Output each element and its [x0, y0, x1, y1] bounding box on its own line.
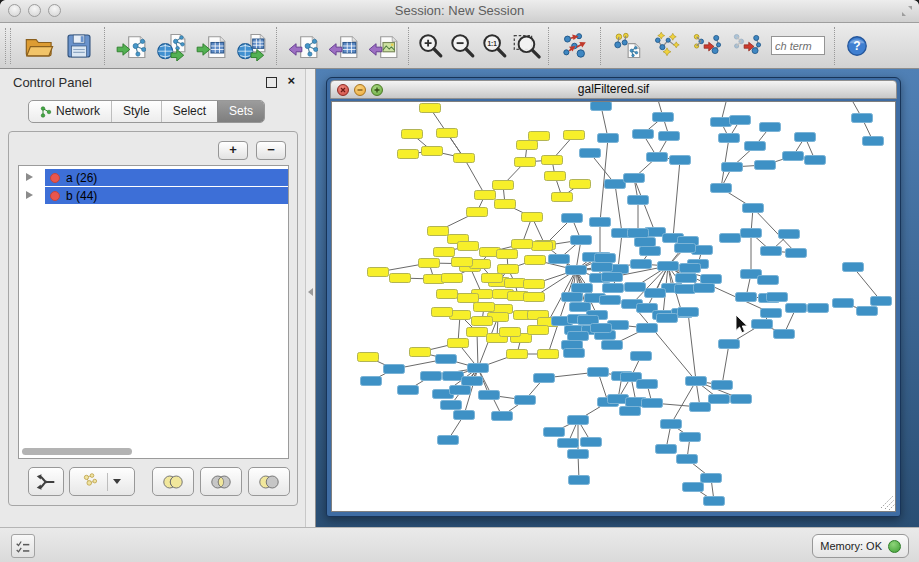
graph-node[interactable]	[450, 386, 471, 395]
panel-divider[interactable]	[305, 69, 316, 527]
graph-node[interactable]	[645, 289, 666, 298]
network-canvas[interactable]	[331, 101, 896, 512]
graph-node[interactable]	[452, 258, 473, 267]
graph-node[interactable]	[441, 401, 462, 410]
graph-node[interactable]	[752, 320, 773, 329]
fullscreen-icon[interactable]	[901, 5, 913, 17]
graph-node[interactable]	[420, 104, 441, 113]
graph-node[interactable]	[743, 204, 764, 213]
remove-set-button[interactable]: −	[256, 141, 286, 160]
graph-node[interactable]	[410, 348, 431, 357]
graph-node[interactable]	[497, 250, 518, 259]
graph-node[interactable]	[436, 355, 457, 364]
first-neighbors-button[interactable]	[647, 26, 687, 66]
graph-node[interactable]	[637, 324, 658, 333]
union-button[interactable]	[152, 467, 194, 496]
graph-node[interactable]	[467, 208, 488, 217]
graph-node[interactable]	[598, 134, 619, 143]
tab-select[interactable]: Select	[161, 101, 217, 122]
zoom-in-button[interactable]	[415, 26, 447, 66]
graph-node[interactable]	[774, 330, 795, 339]
graph-node[interactable]	[653, 113, 674, 122]
graph-node[interactable]	[438, 436, 459, 445]
graph-node[interactable]	[437, 290, 458, 299]
graph-node[interactable]	[605, 180, 626, 189]
graph-node[interactable]	[709, 395, 730, 404]
graph-node[interactable]	[600, 296, 621, 305]
window-titlebar[interactable]: Session: New Session	[0, 0, 919, 23]
graph-node[interactable]	[805, 156, 826, 165]
graph-node[interactable]	[719, 340, 740, 349]
graph-node[interactable]	[434, 248, 455, 257]
graph-node[interactable]	[628, 196, 649, 205]
graph-node[interactable]	[620, 407, 641, 416]
graph-node[interactable]	[661, 420, 682, 429]
add-set-button[interactable]: +	[218, 141, 248, 160]
maximize-network-icon[interactable]	[371, 84, 383, 96]
graph-node[interactable]	[538, 350, 559, 359]
expand-set-icon[interactable]	[26, 173, 33, 181]
graph-node[interactable]	[637, 380, 658, 389]
zoom-selected-button[interactable]	[511, 26, 543, 66]
graph-node[interactable]	[562, 214, 583, 223]
graph-node[interactable]	[871, 297, 892, 306]
graph-node[interactable]	[720, 234, 741, 243]
set-row[interactable]: b (44)	[19, 187, 288, 204]
graph-node[interactable]	[635, 238, 656, 247]
graph-node[interactable]	[602, 341, 623, 350]
graph-node[interactable]	[498, 265, 519, 274]
graph-node[interactable]	[475, 191, 496, 200]
memory-status-button[interactable]: Memory: OK	[812, 534, 909, 558]
graph-node[interactable]	[398, 386, 419, 395]
graph-node[interactable]	[454, 154, 475, 163]
graph-node[interactable]	[779, 230, 800, 239]
graph-node[interactable]	[568, 450, 589, 459]
graph-node[interactable]	[624, 174, 645, 183]
graph-node[interactable]	[544, 428, 565, 437]
set-row[interactable]: a (26)	[19, 169, 288, 186]
graph-node[interactable]	[741, 229, 762, 238]
graph-node[interactable]	[528, 326, 549, 335]
graph-node[interactable]	[795, 133, 816, 142]
graph-node[interactable]	[571, 236, 592, 245]
graph-node[interactable]	[512, 240, 533, 249]
network-from-file-button[interactable]	[607, 26, 647, 66]
graph-node[interactable]	[524, 293, 545, 302]
graph-node[interactable]	[458, 242, 479, 251]
resize-grip-icon[interactable]	[881, 496, 895, 510]
graph-node[interactable]	[468, 364, 489, 373]
graph-node[interactable]	[731, 395, 752, 404]
search-input[interactable]	[771, 36, 825, 55]
graph-node[interactable]	[683, 483, 704, 492]
graph-node[interactable]	[783, 152, 804, 161]
graph-node[interactable]	[462, 377, 483, 386]
graph-node[interactable]	[500, 328, 521, 337]
graph-node[interactable]	[448, 339, 469, 348]
graph-node[interactable]	[592, 263, 613, 272]
graph-node[interactable]	[493, 181, 514, 190]
graph-node[interactable]	[545, 172, 566, 181]
graph-node[interactable]	[549, 255, 570, 264]
graph-node[interactable]	[745, 142, 766, 151]
graph-node[interactable]	[722, 163, 743, 172]
graph-node[interactable]	[786, 304, 807, 313]
graph-node[interactable]	[760, 123, 781, 132]
graph-node[interactable]	[625, 283, 646, 292]
import-network-button[interactable]	[111, 26, 151, 66]
graph-node[interactable]	[479, 391, 500, 400]
tab-network[interactable]: Network	[29, 101, 111, 122]
expand-set-icon[interactable]	[26, 191, 33, 199]
graph-node[interactable]	[719, 134, 740, 143]
graph-node[interactable]	[524, 280, 545, 289]
collapse-panel-icon[interactable]	[308, 288, 313, 296]
graph-node[interactable]	[642, 399, 663, 408]
graph-node[interactable]	[443, 372, 464, 381]
float-panel-icon[interactable]	[266, 77, 277, 88]
close-panel-icon[interactable]: ×	[287, 73, 295, 88]
graph-node[interactable]	[525, 256, 546, 265]
graph-node[interactable]	[658, 262, 679, 271]
graph-node[interactable]	[454, 411, 475, 420]
graph-node[interactable]	[675, 285, 696, 294]
graph-node[interactable]	[564, 349, 585, 358]
graph-node[interactable]	[761, 247, 782, 256]
